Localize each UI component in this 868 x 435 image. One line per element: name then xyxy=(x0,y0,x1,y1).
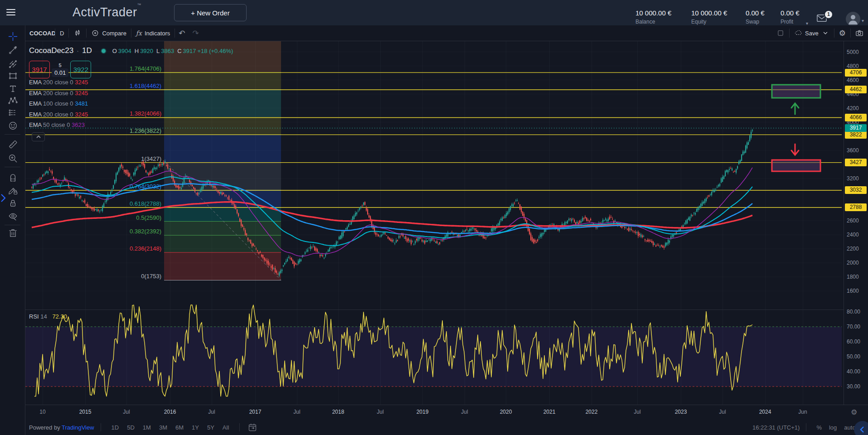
ema-params: 200 close 0 xyxy=(43,79,73,86)
scale-log[interactable]: log xyxy=(825,424,840,431)
price-axis-tick: 2600 xyxy=(847,218,859,224)
forecast-tool[interactable] xyxy=(6,106,19,119)
time-axis-label: 2021 xyxy=(543,409,556,415)
time-axis-label: 2017 xyxy=(249,409,262,415)
hide-drawings-tool[interactable] xyxy=(6,210,19,222)
time-axis[interactable]: ⚙ 102015Jul2016Jul2017Jul2018Jul2019Jul2… xyxy=(25,405,868,420)
ema-value: 3623 xyxy=(72,121,85,128)
compare-icon xyxy=(91,29,99,37)
time-axis-label: Jun xyxy=(798,409,807,415)
market-open-dot xyxy=(102,49,106,53)
time-axis-label: Jul xyxy=(293,409,300,415)
ruler-tool[interactable] xyxy=(6,138,19,150)
timeframe-1d[interactable]: 1D xyxy=(107,424,123,431)
account-stat-swap: 0.00 €Swap xyxy=(746,9,765,25)
time-axis-label: Jul xyxy=(208,409,215,415)
drawing-lock-tool[interactable] xyxy=(6,184,19,196)
ema-params: 100 close 0 xyxy=(43,100,73,107)
price-axis-tick: 5000 xyxy=(847,49,859,55)
indicators-button[interactable]: ƒx Indicators xyxy=(131,29,175,37)
chart-settings-gear-icon[interactable]: ⚙ xyxy=(834,29,850,38)
ema-legend-row: EMA 200 close 0 3245 xyxy=(29,90,88,101)
legend-symbol: CocoaDec23 xyxy=(29,46,73,55)
ema-params: 200 close 0 xyxy=(43,90,73,97)
scale-percent[interactable]: % xyxy=(813,424,825,431)
timeframe-1y[interactable]: 1Y xyxy=(188,424,203,431)
buy-ask-button[interactable]: 3922 xyxy=(70,61,91,78)
price-level-badge: 4462 xyxy=(845,86,867,93)
mail-icon[interactable]: 1 xyxy=(816,13,828,25)
tradingview-link[interactable]: TradingView xyxy=(62,424,94,431)
remove-drawings-tool[interactable] xyxy=(6,227,19,239)
snapshot-camera-icon[interactable] xyxy=(851,29,868,37)
compare-button[interactable]: Compare xyxy=(87,29,131,37)
fib-level-label: 0.236(2148) xyxy=(73,245,161,252)
price-axis[interactable]: 5000480046004400420040003600320026002400… xyxy=(844,41,868,420)
stat-label: Balance xyxy=(635,19,671,25)
go-to-date-icon[interactable] xyxy=(248,423,257,432)
rectangle-shape-tool[interactable] xyxy=(6,69,19,82)
ema-value: 3245 xyxy=(75,90,88,97)
magnet-tool[interactable] xyxy=(6,171,19,184)
menu-icon[interactable] xyxy=(6,9,15,16)
sell-bid-button[interactable]: 3917 xyxy=(29,61,50,78)
rsi-axis-tick: 50.00 xyxy=(847,353,860,360)
drawing-toolbar xyxy=(0,25,25,435)
ema-legend-row: EMA 200 close 0 3245 xyxy=(29,79,88,90)
price-axis-tick: 3600 xyxy=(847,147,859,154)
cloud-icon xyxy=(794,29,802,37)
tradingview-attribution: Powered by TradingView xyxy=(29,424,94,431)
save-button[interactable]: Save xyxy=(790,29,834,37)
time-axis-label: Jul xyxy=(634,409,640,415)
collapse-corner-button[interactable] xyxy=(854,421,868,435)
trend-line-tool[interactable] xyxy=(6,44,19,56)
price-axis-tick: 4200 xyxy=(847,105,859,111)
timeframe-5d[interactable]: 5D xyxy=(123,424,139,431)
stat-value: 0.00 € xyxy=(781,9,800,17)
new-order-button[interactable]: + New Order xyxy=(174,4,247,21)
timeframe-all[interactable]: All xyxy=(218,424,233,431)
fib-level-label: 0.382(2392) xyxy=(73,228,161,235)
ema-name: EMA xyxy=(29,111,41,118)
timeframe-1m[interactable]: 1M xyxy=(139,424,155,431)
watchlist-expand-chevron[interactable] xyxy=(0,193,6,203)
account-menu-caret[interactable]: ▾ xyxy=(862,18,864,23)
lock-all-drawings-tool[interactable] xyxy=(6,197,19,209)
ema-params: 50 close 0 xyxy=(43,121,70,128)
emoji-tool[interactable] xyxy=(6,119,19,132)
timeframe-5y[interactable]: 5Y xyxy=(203,424,218,431)
symbol-button[interactable]: COCOADEC23 xyxy=(25,30,55,37)
text-tool[interactable] xyxy=(6,82,19,95)
rsi-axis-tick: 60.00 xyxy=(847,338,860,345)
toolbar-divider xyxy=(5,225,20,225)
time-axis-label: Jul xyxy=(719,409,726,415)
xabcd-pattern-tool[interactable] xyxy=(6,94,19,107)
layout-square-icon[interactable] xyxy=(772,29,789,37)
timezone-settings-icon[interactable]: ⚙ xyxy=(851,408,857,416)
crosshair-tool[interactable] xyxy=(6,30,19,43)
timeframe-6m[interactable]: 6M xyxy=(171,424,188,431)
spread-value: 5 0.01 xyxy=(52,63,68,77)
stat-value: 0.00 € xyxy=(746,9,765,17)
stat-value: 10 000.00 € xyxy=(691,9,727,17)
undo-button[interactable]: ↶ xyxy=(175,29,189,38)
app-logo: ActivTrader™ xyxy=(73,5,141,19)
account-stat-profit: 0.00 €Profit▾ xyxy=(781,9,800,25)
price-axis-tick: 3200 xyxy=(847,175,859,182)
redo-button[interactable]: ↷ xyxy=(189,29,203,38)
zoom-in-tool[interactable] xyxy=(6,152,19,164)
notification-badge: 1 xyxy=(824,10,833,19)
ema-name: EMA xyxy=(29,100,41,107)
ema-name: EMA xyxy=(29,90,41,97)
price-level-badge: 3032 xyxy=(845,186,867,194)
user-avatar[interactable] xyxy=(846,12,860,26)
gann-fibonacci-tool[interactable] xyxy=(6,58,19,70)
legend-collapse-button[interactable] xyxy=(32,132,45,141)
ema-name: EMA xyxy=(29,121,41,128)
timeframe-3m[interactable]: 3M xyxy=(155,424,171,431)
chevron-down-icon xyxy=(821,29,829,37)
interval-button[interactable]: D xyxy=(55,30,68,37)
price-axis-tick: 2000 xyxy=(847,260,859,266)
chart-style-button[interactable] xyxy=(69,29,86,37)
session-clock[interactable]: 16:22:31 (UTC+1) xyxy=(752,424,800,431)
